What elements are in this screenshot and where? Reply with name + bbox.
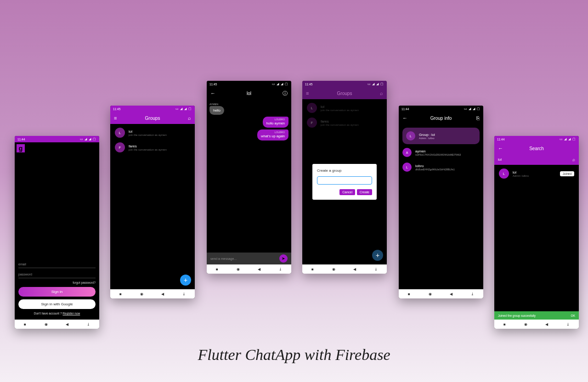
search-icon[interactable]: ⌕ — [572, 157, 575, 162]
status-icons: ▭ ◢ ◢ ▢ — [560, 137, 576, 141]
info-icon[interactable]: ⓘ — [283, 90, 288, 97]
nav-home-icon[interactable]: ◉ — [237, 267, 240, 271]
nav-back-icon[interactable]: ◀ — [353, 267, 356, 271]
message-out: LOLBRO what's up again — [257, 129, 288, 140]
member-name: aymen — [415, 149, 461, 153]
nav-back-icon[interactable]: ◀ — [258, 267, 260, 271]
menu-icon[interactable]: ≡ — [114, 115, 117, 121]
app-logo: g — [17, 144, 25, 152]
status-bar: 11:45 ▭ ◢ ◢ ▢ — [302, 81, 387, 87]
status-time: 11:45 — [113, 107, 120, 111]
appbar-search: ← Search — [494, 142, 579, 154]
nav-recents-icon[interactable]: ■ — [216, 267, 218, 271]
search-input[interactable]: lol — [498, 157, 572, 162]
google-signin-button[interactable]: Sign in with Google — [18, 299, 96, 309]
message-text: what's up again — [261, 134, 285, 138]
nav-recents-icon[interactable]: ■ — [408, 292, 410, 296]
add-group-fab[interactable]: + — [372, 250, 383, 261]
group-row[interactable]: L lol join the conversation as aymen — [115, 128, 190, 138]
nav-home-icon[interactable]: ◉ — [140, 292, 143, 296]
appbar-group-info: ← Group info ⎘ — [399, 112, 483, 124]
status-bar: 11:45 ▭ ◢ ◢ ▢ — [110, 106, 195, 112]
status-time: 11:45 — [209, 83, 217, 86]
back-icon[interactable]: ← — [210, 90, 215, 96]
nav-recents-icon[interactable]: ■ — [24, 322, 26, 326]
group-header-name: Group : lol — [419, 133, 435, 137]
email-field[interactable]: email — [18, 261, 96, 268]
dialog-scrim: Create a group Cancel Create — [302, 99, 387, 264]
joined-chip[interactable]: Joined — [560, 171, 574, 176]
info-body: L Group : lol Admin : lolbro A aymen swF… — [399, 124, 483, 289]
nav-down-icon[interactable]: ⤓ — [87, 322, 90, 326]
login-body: g email password forgot password? Sign i… — [15, 142, 99, 320]
nav-recents-icon[interactable]: ■ — [311, 267, 314, 271]
nav-down-icon[interactable]: ⤓ — [374, 267, 378, 271]
group-name-input[interactable] — [317, 176, 372, 185]
showcase-caption: Flutter ChatApp with Firebase — [0, 346, 588, 364]
message-sender: LOLBRO — [261, 131, 285, 134]
nav-home-icon[interactable]: ◉ — [332, 267, 335, 271]
nav-back-icon[interactable]: ◀ — [450, 292, 452, 296]
nav-recents-icon[interactable]: ■ — [119, 292, 122, 296]
menu-icon[interactable]: ≡ — [306, 90, 309, 96]
status-bar: 11:44 ▭ ◢ ◢ ▢ — [494, 136, 579, 142]
appbar-groups: ≡ Groups ⌕ — [110, 112, 195, 124]
send-button[interactable]: ➤ — [279, 254, 288, 263]
nav-back-icon[interactable]: ◀ — [545, 322, 548, 326]
group-avatar: F — [115, 142, 125, 152]
nav-home-icon[interactable]: ◉ — [45, 322, 48, 326]
group-header-admin: Admin : lolbro — [419, 137, 435, 140]
nav-home-icon[interactable]: ◉ — [429, 292, 432, 296]
result-avatar: L — [499, 169, 509, 179]
exit-icon[interactable]: ⎘ — [476, 115, 480, 121]
member-avatar: A — [402, 148, 412, 157]
member-row[interactable]: A aymen swF9oC7KKGNGtZ81WDWUbMEl7W63 — [402, 148, 480, 157]
create-button[interactable]: Create — [357, 189, 372, 195]
screen-groups: 11:45 ▭ ◢ ◢ ▢ ≡ Groups ⌕ L lol join the … — [110, 106, 195, 298]
signin-button[interactable]: Sign in — [18, 287, 96, 297]
group-subtitle: join the conversation as aymen — [129, 134, 167, 136]
message-sender: AYMEN — [209, 103, 224, 106]
message-in: AYMEN hello — [209, 103, 224, 115]
appbar-title: lol — [247, 91, 251, 96]
member-row[interactable]: L lolbro dfc8oeEHHZgdWbJaGbHt28BLlfs1 — [402, 163, 480, 172]
group-name: fares — [129, 144, 167, 148]
group-header-card: L Group : lol Admin : lolbro — [402, 128, 480, 144]
search-icon[interactable]: ⌕ — [380, 90, 383, 96]
group-name: lol — [129, 129, 167, 134]
member-id: dfc8oeEHHZgdWbJaGbHt28BLlfs1 — [415, 168, 455, 171]
nav-down-icon[interactable]: ⤓ — [279, 267, 282, 271]
status-bar: 11:44 ▭ ◢ ◢ ▢ — [15, 136, 99, 142]
nav-back-icon[interactable]: ◀ — [161, 292, 164, 296]
register-row: Don't have account ? Register now — [18, 312, 96, 315]
register-link[interactable]: Register now — [62, 312, 80, 315]
snackbar-action[interactable]: OK — [571, 314, 575, 317]
search-icon[interactable]: ⌕ — [188, 115, 191, 121]
group-avatar: L — [115, 128, 125, 138]
nav-home-icon[interactable]: ◉ — [524, 322, 527, 326]
message-out: LOLBRO hollo aymen — [263, 117, 288, 128]
screen-search: 11:44 ▭ ◢ ◢ ▢ ← Search lol ⌕ L lol Admin… — [494, 136, 579, 329]
back-icon[interactable]: ← — [402, 115, 407, 121]
password-field[interactable]: password — [18, 271, 96, 278]
group-row[interactable]: F fares join the conversation as aymen — [115, 142, 190, 152]
nav-down-icon[interactable]: ⤓ — [471, 292, 474, 296]
cancel-button[interactable]: Cancel — [339, 189, 355, 195]
composer-input[interactable]: send a message... — [210, 257, 237, 260]
nav-recents-icon[interactable]: ■ — [503, 322, 506, 326]
nav-down-icon[interactable]: ⤓ — [182, 292, 186, 296]
message-text: hollo aymen — [266, 121, 285, 125]
search-body: L lol Admin :lolbro Joined Joined the gr… — [494, 165, 579, 320]
search-result-row[interactable]: L lol Admin :lolbro Joined — [499, 169, 574, 179]
add-group-fab[interactable]: + — [180, 275, 191, 286]
nav-back-icon[interactable]: ◀ — [66, 322, 68, 326]
back-icon[interactable]: ← — [498, 146, 503, 151]
nav-down-icon[interactable]: ⤓ — [566, 322, 570, 326]
android-navbar: ■ ◉ ◀ ⤓ — [399, 289, 483, 298]
forgot-password-link[interactable]: forgot password? — [18, 281, 96, 284]
result-name: lol — [513, 170, 556, 174]
android-navbar: ■ ◉ ◀ ⤓ — [110, 289, 195, 298]
chat-body: AYMEN hello LOLBRO hollo aymen LOLBRO wh… — [207, 99, 291, 264]
status-bar: 11:45 ▭ ◢ ◢ ▢ — [207, 81, 291, 87]
message-composer: send a message... ➤ — [207, 253, 291, 264]
